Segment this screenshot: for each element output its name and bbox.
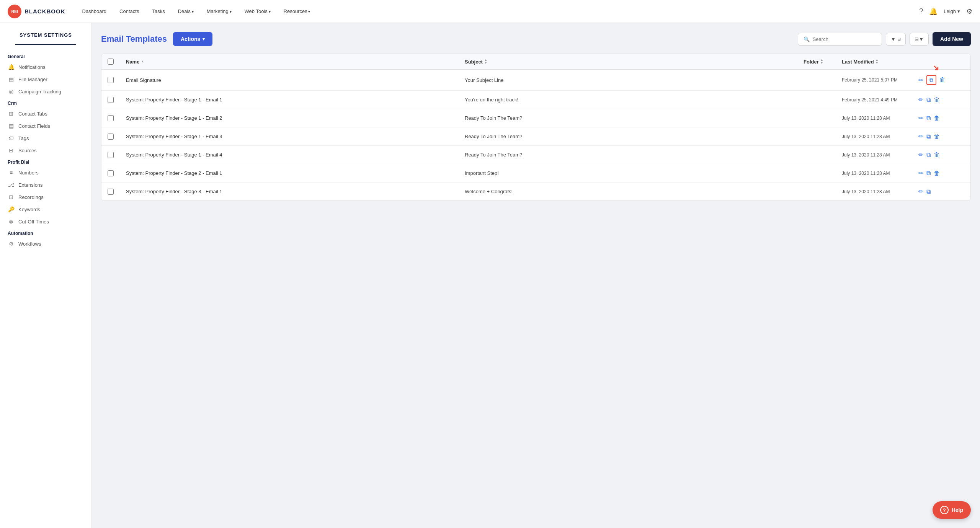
row5-copy-icon[interactable]: ⧉ <box>926 152 931 158</box>
table-row: System: Property Finder - Stage 3 - Emai… <box>101 183 970 200</box>
contact-tabs-icon: ⊞ <box>8 111 15 117</box>
nav-resources[interactable]: Resources <box>278 5 316 17</box>
row1-modified: February 25, 2021 5:07 PM <box>842 77 918 83</box>
sidebar-item-sources[interactable]: ⊟ Sources <box>0 144 91 156</box>
row4-delete-icon[interactable]: 🗑 <box>934 133 940 140</box>
file-manager-icon: ▤ <box>8 76 15 82</box>
row6-edit-icon[interactable]: ✏ <box>918 169 923 177</box>
help-icon-btn[interactable]: ? <box>919 7 923 15</box>
row2-checkbox[interactable] <box>108 97 114 103</box>
bell-icon: 🔔 <box>8 64 15 70</box>
row6-actions: ✏ ⧉ 🗑 <box>918 169 964 177</box>
row6-checkbox[interactable] <box>108 170 114 176</box>
sidebar-item-cut-off-times[interactable]: ⊗ Cut-Off Times <box>0 215 91 228</box>
row7-name: System: Property Finder - Stage 3 - Emai… <box>126 189 465 194</box>
table-row: System: Property Finder - Stage 2 - Emai… <box>101 164 970 183</box>
row5-edit-icon[interactable]: ✏ <box>918 151 923 158</box>
sidebar-label-numbers: Numbers <box>18 170 39 176</box>
table-row: System: Property Finder - Stage 1 - Emai… <box>101 109 970 127</box>
recordings-icon: ⊡ <box>8 194 15 200</box>
row7-checkbox[interactable] <box>108 189 114 195</box>
select-all-checkbox[interactable] <box>108 59 114 65</box>
row1-edit-icon[interactable]: ✏ <box>918 77 923 84</box>
row4-copy-icon[interactable]: ⧉ <box>926 133 931 140</box>
notifications-bell-icon[interactable]: 🔔 <box>929 7 938 16</box>
row3-checkbox-cell[interactable] <box>108 115 126 121</box>
nav-tasks[interactable]: Tasks <box>147 5 170 17</box>
nav-web-tools[interactable]: Web Tools <box>239 5 276 17</box>
main-content: Email Templates Actions ▾ 🔍 ▼ ⊟ ⊟▼ Add N… <box>92 23 980 528</box>
row2-checkbox-cell[interactable] <box>108 97 126 103</box>
help-button[interactable]: ? Help <box>933 501 971 519</box>
user-menu[interactable]: Leigh ▾ <box>944 8 960 14</box>
select-all-cell[interactable] <box>108 59 126 65</box>
sidebar-section-crm: Crm <box>0 98 91 108</box>
tags-icon: 🏷 <box>8 135 15 141</box>
row6-modified: July 13, 2020 11:28 AM <box>842 171 918 176</box>
row3-edit-icon[interactable]: ✏ <box>918 114 923 122</box>
row4-checkbox-cell[interactable] <box>108 134 126 140</box>
col-folder[interactable]: Folder ▲▼ <box>804 59 842 65</box>
actions-button[interactable]: Actions ▾ <box>173 32 212 46</box>
row4-checkbox[interactable] <box>108 134 114 140</box>
row1-copy-icon-highlighted[interactable]: ⧉ <box>926 75 936 85</box>
row3-checkbox[interactable] <box>108 115 114 121</box>
column-filter-button[interactable]: ⊟▼ <box>910 33 929 46</box>
logo[interactable]: REI BLACKBOOK <box>8 5 65 18</box>
row3-delete-icon[interactable]: 🗑 <box>934 115 940 122</box>
nav-deals[interactable]: Deals <box>173 5 199 17</box>
actions-label: Actions <box>181 36 200 42</box>
row1-checkbox[interactable] <box>108 77 114 83</box>
row1-subject: Your Subject Line <box>465 77 804 83</box>
row7-copy-icon[interactable]: ⧉ <box>926 188 931 195</box>
sidebar-item-workflows[interactable]: ⚙ Workflows <box>0 238 91 250</box>
sidebar-item-notifications[interactable]: 🔔 Notifications <box>0 61 91 73</box>
row2-subject: You're on the right track! <box>465 97 804 103</box>
row7-edit-icon[interactable]: ✏ <box>918 188 923 195</box>
username: Leigh <box>944 8 956 14</box>
filter-button[interactable]: ▼ ⊟ <box>886 33 906 46</box>
row1-checkbox-cell[interactable] <box>108 77 126 83</box>
sidebar-item-file-manager[interactable]: ▤ File Manager <box>0 73 91 85</box>
row5-delete-icon[interactable]: 🗑 <box>934 152 940 158</box>
row5-actions: ✏ ⧉ 🗑 <box>918 151 964 158</box>
sidebar-item-recordings[interactable]: ⊡ Recordings <box>0 191 91 203</box>
sidebar-item-tags[interactable]: 🏷 Tags <box>0 132 91 144</box>
sidebar-item-contact-tabs[interactable]: ⊞ Contact Tabs <box>0 108 91 120</box>
search-box[interactable]: 🔍 <box>798 33 882 46</box>
sidebar-label-contact-tabs: Contact Tabs <box>18 111 47 117</box>
row7-checkbox-cell[interactable] <box>108 189 126 195</box>
email-templates-table: Name ▲ Subject ▲▼ Folder ▲▼ Last Modifie… <box>101 54 971 201</box>
row6-checkbox-cell[interactable] <box>108 170 126 176</box>
search-input[interactable] <box>813 36 876 42</box>
add-new-button[interactable]: Add New <box>933 32 971 46</box>
row6-delete-icon[interactable]: 🗑 <box>934 170 940 177</box>
row2-modified: February 25, 2021 4:49 PM <box>842 97 918 103</box>
row4-edit-icon[interactable]: ✏ <box>918 133 923 140</box>
col-subject[interactable]: Subject ▲▼ <box>465 59 804 65</box>
row1-delete-icon[interactable]: 🗑 <box>939 77 946 83</box>
sidebar-item-numbers[interactable]: ≡ Numbers <box>0 166 91 179</box>
col-name[interactable]: Name ▲ <box>126 59 465 65</box>
row5-checkbox[interactable] <box>108 152 114 158</box>
row3-copy-icon[interactable]: ⧉ <box>926 115 931 122</box>
nav-dashboard[interactable]: Dashboard <box>77 5 112 17</box>
row5-checkbox-cell[interactable] <box>108 152 126 158</box>
row6-copy-icon[interactable]: ⧉ <box>926 170 931 177</box>
settings-gear-icon[interactable]: ⚙ <box>966 7 972 16</box>
sidebar-item-keywords[interactable]: 🔑 Keywords <box>0 203 91 215</box>
sidebar-item-contact-fields[interactable]: ▤ Contact Fields <box>0 120 91 132</box>
row2-delete-icon[interactable]: 🗑 <box>934 96 940 103</box>
sidebar: SYSTEM SETTINGS General 🔔 Notifications … <box>0 23 92 528</box>
row1-actions: ✏ ➜ ⧉ 🗑 <box>918 75 964 85</box>
nav-marketing[interactable]: Marketing <box>201 5 237 17</box>
sidebar-label-contact-fields: Contact Fields <box>18 123 50 129</box>
sidebar-item-campaign-tracking[interactable]: ◎ Campaign Tracking <box>0 85 91 98</box>
row7-modified: July 13, 2020 11:28 AM <box>842 189 918 194</box>
nav-contacts[interactable]: Contacts <box>114 5 144 17</box>
sidebar-item-extensions[interactable]: ⎇ Extensions <box>0 179 91 191</box>
row7-actions: ✏ ⧉ 🗑 <box>918 188 964 195</box>
row2-copy-icon[interactable]: ⧉ <box>926 96 931 103</box>
col-last-modified[interactable]: Last Modified ▲▼ <box>842 59 918 65</box>
row2-edit-icon[interactable]: ✏ <box>918 96 923 103</box>
